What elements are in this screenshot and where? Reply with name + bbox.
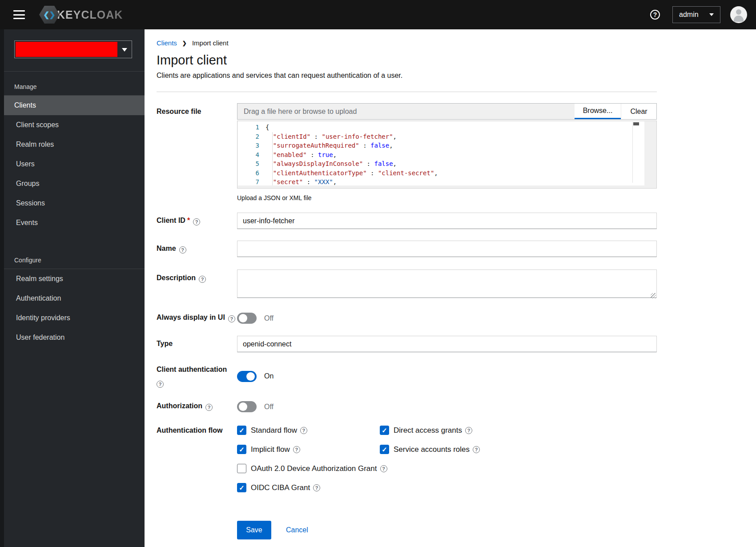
line-number: 2 (238, 132, 265, 141)
help-icon[interactable]: ? (293, 446, 300, 453)
always-display-label: Always display in UI (157, 314, 225, 321)
sidebar-item-groups[interactable]: Groups (0, 174, 145, 193)
resize-grip[interactable] (651, 293, 656, 298)
authorization-state: Off (264, 403, 273, 411)
help-icon[interactable]: ? (380, 465, 387, 472)
sidebar-item-events[interactable]: Events (0, 213, 145, 233)
checkbox-label: OIDC CIBA Grant (251, 483, 310, 492)
save-button[interactable]: Save (237, 521, 271, 539)
help-icon[interactable]: ? (157, 381, 164, 388)
code-line-6: 6 "clientAuthenticatorType" : "client-se… (238, 169, 644, 178)
checkbox-unchecked-icon[interactable] (237, 464, 246, 473)
line-number: 1 (238, 123, 265, 132)
checkbox-standard-flow[interactable]: ✓Standard flow? (237, 426, 380, 435)
line-number: 3 (238, 141, 265, 150)
file-drop-placeholder: Drag a file here or browse to upload (244, 108, 357, 116)
help-icon[interactable]: ? (179, 246, 186, 253)
clear-button[interactable]: Clear (621, 104, 656, 119)
help-icon[interactable]: ? (228, 315, 235, 322)
page-subtitle: Clients are applications and services th… (157, 72, 657, 80)
description-label: Description (157, 274, 196, 282)
sidebar-item-authentication[interactable]: Authentication (0, 289, 145, 308)
checkbox-oauth-2-0-device-authorization-grant[interactable]: OAuth 2.0 Device Authorization Grant? (237, 464, 657, 473)
nav-section-manage: Manage (0, 72, 145, 96)
checkbox-checked-icon[interactable]: ✓ (380, 445, 389, 454)
code-line-4: 4 "enabled" : true, (238, 150, 644, 160)
nav-section-configure: Configure (0, 245, 145, 269)
help-icon[interactable]: ? (300, 427, 307, 434)
sidebar-item-sessions[interactable]: Sessions (0, 193, 145, 213)
line-number: 7 (238, 177, 265, 185)
sidebar-item-identity-providers[interactable]: Identity providers (0, 308, 145, 328)
sidebar-item-users[interactable]: Users (0, 154, 145, 174)
authorization-toggle[interactable] (237, 401, 257, 412)
browse-button[interactable]: Browse... (575, 104, 621, 119)
upload-helper-text: Upload a JSON or XML file (237, 194, 657, 201)
section-divider (157, 92, 657, 92)
help-icon[interactable]: ? (465, 427, 472, 434)
help-icon[interactable]: ? (199, 276, 206, 283)
editor-scrollbar-thumb[interactable] (633, 122, 639, 125)
breadcrumb-current: Import client (192, 39, 229, 47)
sidebar-nav: ManageClientsClient scopesRealm rolesUse… (0, 29, 145, 547)
user-avatar-icon[interactable] (730, 6, 747, 23)
sidebar-item-user-federation[interactable]: User federation (0, 328, 145, 347)
checkbox-label: Service accounts roles (394, 445, 470, 454)
type-label: Type (157, 340, 173, 347)
checkbox-label: Standard flow (251, 426, 297, 435)
help-icon[interactable]: ? (205, 404, 213, 411)
editor-scrollbar[interactable] (632, 122, 639, 183)
code-line-5: 5 "alwaysDisplayInConsole" : false, (238, 159, 644, 169)
type-input[interactable] (237, 336, 657, 352)
code-line-7: 7 "secret" : "XXX", (238, 177, 644, 185)
client-authentication-toggle[interactable] (237, 371, 257, 382)
main-content: Clients ❯ Import client Import client Cl… (145, 29, 756, 547)
breadcrumb: Clients ❯ Import client (157, 39, 657, 47)
line-number: 5 (238, 159, 265, 169)
client-id-label: Client ID (157, 217, 185, 224)
help-icon[interactable]: ? (473, 446, 480, 453)
caret-down-icon (122, 48, 127, 52)
sidebar-item-realm-roles[interactable]: Realm roles (0, 135, 145, 154)
checkbox-label: Implicit flow (251, 445, 290, 454)
breadcrumb-clients-link[interactable]: Clients (157, 39, 177, 47)
always-display-toggle[interactable] (237, 313, 257, 324)
realm-name-redacted (16, 42, 117, 57)
always-display-state: Off (264, 314, 273, 322)
checkbox-checked-icon[interactable]: ✓ (237, 445, 246, 454)
question-circle-icon[interactable]: ? (650, 10, 660, 20)
file-upload-control: Drag a file here or browse to upload Bro… (237, 103, 657, 120)
masthead: ❮❯ KEYCLOAK ? admin (0, 0, 756, 29)
brand-text: KEYCLOAK (57, 8, 123, 21)
description-textarea[interactable] (237, 269, 657, 298)
checkbox-service-accounts-roles[interactable]: ✓Service accounts roles? (380, 445, 657, 454)
client-id-input[interactable] (237, 213, 657, 229)
json-code-editor[interactable]: 1{2 "clientId" : "user-info-fetcher",3 "… (237, 121, 657, 189)
page-title: Import client (157, 53, 657, 68)
sidebar-item-realm-settings[interactable]: Realm settings (0, 269, 145, 289)
checkbox-implicit-flow[interactable]: ✓Implicit flow? (237, 445, 380, 454)
realm-selector[interactable] (14, 40, 132, 58)
file-drop-zone[interactable]: Drag a file here or browse to upload (237, 104, 575, 119)
code-line-2: 2 "clientId" : "user-info-fetcher", (238, 132, 644, 141)
name-input[interactable] (237, 241, 657, 257)
checkbox-checked-icon[interactable]: ✓ (380, 426, 389, 435)
checkbox-checked-icon[interactable]: ✓ (237, 426, 246, 435)
checkbox-checked-icon[interactable]: ✓ (237, 483, 246, 492)
help-icon[interactable]: ? (313, 484, 320, 491)
hamburger-icon[interactable] (13, 10, 25, 19)
keycloak-logo[interactable]: ❮❯ KEYCLOAK (39, 6, 123, 24)
resource-file-label: Resource file (157, 103, 237, 201)
checkbox-direct-access-grants[interactable]: ✓Direct access grants? (380, 426, 657, 435)
help-icon[interactable]: ? (193, 218, 200, 225)
cancel-link[interactable]: Cancel (286, 526, 308, 534)
checkbox-label: Direct access grants (394, 426, 462, 435)
client-authentication-label: Client authentication (157, 366, 237, 374)
user-menu-dropdown[interactable]: admin (672, 6, 720, 23)
line-number: 6 (238, 169, 265, 178)
sidebar-item-clients[interactable]: Clients (0, 96, 145, 115)
sidebar-item-client-scopes[interactable]: Client scopes (0, 115, 145, 135)
checkbox-label: OAuth 2.0 Device Authorization Grant (251, 464, 377, 473)
sidebar-edge (0, 29, 4, 547)
checkbox-oidc-ciba-grant[interactable]: ✓OIDC CIBA Grant? (237, 483, 657, 492)
